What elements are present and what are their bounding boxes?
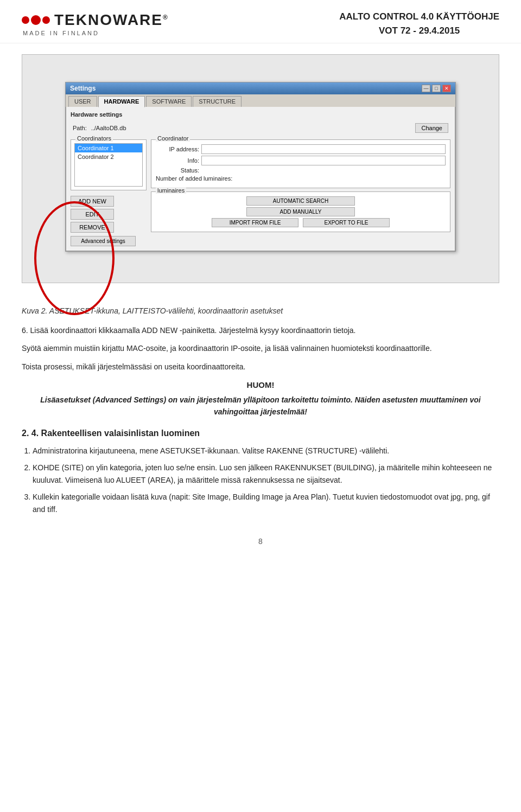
coordinator-details-group: Coordinator IP address: Info: Status: (151, 139, 450, 188)
num-luminaires-row: Number of added luminaires: (156, 175, 446, 182)
info-input[interactable] (201, 156, 446, 165)
side-buttons: ADD NEW EDIT REMOVE (71, 196, 147, 233)
section-heading: 2. 4. Rakenteellisen valaisinlistan luom… (22, 426, 499, 440)
notice-text: Lisäasetukset (Advanced Settings) on vai… (22, 394, 499, 418)
advanced-settings-area: Advanced settings (71, 236, 147, 246)
screenshot-wrapper: Settings — □ ✕ USER HARDWARE SOFTWARE ST… (22, 55, 499, 283)
coordinator-item-1[interactable]: Coordinator 1 (75, 144, 142, 152)
dialog-titlebar: Settings — □ ✕ (66, 82, 455, 94)
document-title: AALTO CONTROL 4.0 KÄYTTÖOHJE VOT 72 - 29… (339, 10, 499, 37)
tab-user[interactable]: USER (68, 96, 97, 107)
ip-address-row: IP address: (156, 144, 446, 154)
logo-text: TEKNOWARE® (54, 11, 169, 29)
paragraph-2: Syötä aiemmin muistiin kirjattu MAC-osoi… (22, 342, 499, 355)
bottom-right: Coordinator IP address: Info: Status: (151, 139, 450, 246)
restore-button[interactable]: □ (432, 85, 441, 92)
luminaires-group: luminaires AUTOMATIC SEARCH ADD MANUALLY… (151, 191, 450, 232)
logo-dot-2 (31, 15, 41, 25)
main-list: Administratorina kirjautuneena, mene ASE… (22, 445, 499, 516)
add-manually-button[interactable]: ADD MANUALLY (246, 207, 355, 216)
edit-button[interactable]: EDIT (71, 209, 114, 220)
dialog-content: Hardware settings Path: ../AaltoDB.db Ch… (66, 107, 455, 251)
coordinator-header-label: Coordinator (156, 135, 190, 142)
status-row: Status: (156, 167, 446, 174)
path-value: ../AaltoDB.db (91, 125, 411, 131)
advanced-settings-button[interactable]: Advanced settings (71, 236, 136, 246)
ip-address-input[interactable] (201, 144, 446, 154)
tab-software[interactable]: SOFTWARE (146, 96, 192, 107)
info-row: Info: (156, 156, 446, 165)
coordinators-label: Coordinators (75, 135, 113, 142)
luminaire-buttons: AUTOMATIC SEARCH ADD MANUALLY IMPORT FRO… (156, 196, 446, 227)
coordinator-list[interactable]: Coordinator 1 Coordinator 2 (74, 143, 143, 187)
title-line1: AALTO CONTROL 4.0 KÄYTTÖOHJE (339, 10, 499, 24)
bottom-left: Coordinators Coordinator 1 Coordinator 2… (71, 139, 147, 246)
page-number: 8 (0, 532, 521, 557)
win-controls: — □ ✕ (422, 85, 451, 92)
tab-hardware[interactable]: HARDWARE (98, 96, 145, 107)
export-button[interactable]: EXPORT TO FILE (303, 218, 390, 227)
settings-dialog: Settings — □ ✕ USER HARDWARE SOFTWARE ST… (65, 82, 456, 252)
screenshot-area: Settings — □ ✕ USER HARDWARE SOFTWARE ST… (22, 54, 499, 283)
dialog-tabs: USER HARDWARE SOFTWARE STRUCTURE (66, 94, 455, 107)
import-button[interactable]: IMPORT FROM FILE (212, 218, 298, 227)
path-row: Path: ../AaltoDB.db Change (71, 121, 450, 135)
list-item-3: Kullekin kategorialle voidaan lisätä kuv… (33, 491, 499, 516)
num-luminaires-label: Number of added luminaires: (156, 175, 232, 182)
hardware-settings-title: Hardware settings (71, 111, 450, 118)
luminaires-label: luminaires (156, 187, 186, 194)
tab-structure[interactable]: STRUCTURE (193, 96, 242, 107)
path-label: Path: (73, 125, 87, 131)
import-export-row: IMPORT FROM FILE EXPORT TO FILE (212, 218, 390, 227)
title-line2: VOT 72 - 29.4.2015 (339, 24, 499, 38)
list-item-2: KOHDE (SITE) on ylin kategoria, joten lu… (33, 462, 499, 487)
content-area: Kuva 2. ASETUKSET-ikkuna, LAITTEISTO-väl… (0, 294, 521, 532)
logo-dots (22, 15, 50, 25)
coordinators-group: Coordinators Coordinator 1 Coordinator 2 (71, 139, 147, 190)
info-label: Info: (156, 157, 199, 164)
list-item-1: Administratorina kirjautuneena, mene ASE… (33, 445, 499, 457)
dialog-title: Settings (70, 85, 96, 92)
paragraph-1: 6. Lisää koordinaattori klikkaamalla ADD… (22, 324, 499, 337)
logo-tagline: MADE IN FINLAND (23, 30, 99, 36)
bottom-layout: Coordinators Coordinator 1 Coordinator 2… (71, 139, 450, 246)
logo-dot-3 (42, 16, 50, 24)
coordinator-item-2[interactable]: Coordinator 2 (75, 152, 142, 161)
figure-caption: Kuva 2. ASETUKSET-ikkuna, LAITTEISTO-väl… (22, 305, 499, 317)
logo-graphic: TEKNOWARE® (22, 11, 169, 29)
page-header: TEKNOWARE® MADE IN FINLAND AALTO CONTROL… (0, 0, 521, 43)
status-label: Status: (156, 167, 199, 174)
remove-button[interactable]: REMOVE (71, 222, 114, 233)
logo-area: TEKNOWARE® MADE IN FINLAND (22, 11, 169, 36)
paragraph-3: Toista prosessi, mikäli järjestelmässäsi… (22, 361, 499, 373)
close-button[interactable]: ✕ (442, 85, 451, 92)
minimize-button[interactable]: — (422, 85, 430, 92)
change-button[interactable]: Change (415, 123, 448, 133)
logo-dot-1 (22, 16, 29, 24)
add-new-button[interactable]: ADD NEW (71, 196, 114, 207)
notice-heading: HUOM! (22, 379, 499, 392)
ip-address-label: IP address: (156, 146, 199, 152)
automatic-search-button[interactable]: AUTOMATIC SEARCH (246, 196, 355, 206)
